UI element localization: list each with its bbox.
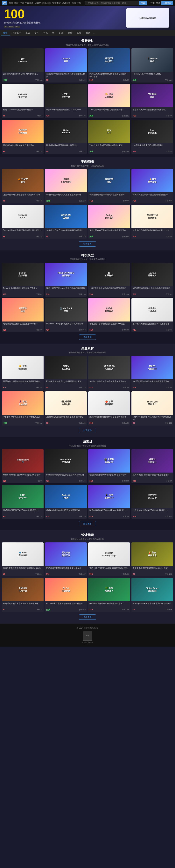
latest-card-4[interactable]: 📱 iPhone样机 iPhone 14系列手机样机PSD模板 免费 下载:44… (132, 48, 173, 83)
design-more-btn[interactable]: 查看更多 (79, 615, 96, 620)
latest-card-12[interactable]: Lux夜店海报 Lux高端奢华夜店酒吧主题海报设计 ¥20 下载:56 (132, 120, 173, 154)
nav-vector[interactable]: 矢量素材 (52, 2, 61, 4)
latest-card-9[interactable]: 流体渐变背景素材 现代流体液态渐变抽象背景设计素材 ¥8 下载:234 (2, 120, 43, 154)
flat-card-6[interactable]: COUPON优惠券 Just One Day Coupon优惠券促销海报设计 ¥… (45, 205, 87, 239)
vector-card-3[interactable]: ART DECO几何图案 Art Deco装饰艺术风格几何图案矢量素材集 ¥12… (88, 356, 130, 390)
vector-card-2[interactable]: EIREN复古标签 Eiren复古标签徽章logo矢量图形设计素材 ¥8 下载:… (45, 356, 87, 390)
ui-card-5[interactable]: LINE聊天APP LINE即时通讯聊天APP移动端UI界面设计 ¥22 下载:… (2, 485, 43, 519)
flat-card-7[interactable]: Spring春天花卉 Spring新春春天花卉活动促销海报设计素材 免费 下载:… (88, 205, 130, 239)
cat-ui[interactable]: UI (50, 30, 57, 36)
hero-right-card[interactable]: 100 Gradients (126, 8, 169, 28)
nav-mockup[interactable]: 样机模型 (42, 2, 51, 4)
flat-more-btn[interactable]: 查看更多 (79, 241, 96, 247)
flat-card-2[interactable]: 卡哇伊儿童节海报 卡哇伊可爱卡通风格儿童节主题海报设计 免费 下载:267 (45, 169, 87, 203)
card-meta: ¥12 下载:89 (89, 386, 129, 389)
ui-card-3[interactable]: 🎬 电影院购票APP 电影院电影购票APP移动端UI界面套件设计 ¥18 下载:… (88, 449, 130, 483)
flat-card-8[interactable]: 华东旅行记旅游海报 华东旅行记简约风格旅游宣传海报设计排版 ¥10 下载:67 (132, 205, 173, 239)
latest-card-11[interactable]: 70%OFF 70年代复古几何图形风格海报设计素材 免费 下载:189 (88, 120, 130, 154)
latest-card-3[interactable]: 时尚日系杂志设计 时尚日系杂志风格品牌VI画册排版设计版式PSD模板 ¥12 下… (88, 48, 130, 83)
card-title: Thank you感谢卡片花卉水彩手写字体矢量设计 (133, 416, 172, 421)
flat-card-3[interactable]: 科技汽车海报 科技感蓝色渐变未来感汽车主题海报设计 ¥12 下载:89 (88, 169, 130, 203)
nav-icon[interactable]: 图标 (77, 2, 81, 4)
cat-flat[interactable]: 平面设计 (10, 30, 23, 36)
mockup-card-2[interactable]: PRESENTATION演示模板 演示文稿PPT Keynote商务汇报样机展示… (45, 263, 87, 297)
ui-card-6[interactable]: AndroidUI套件 简约Android移动端UI界面套件设计素材 ¥15 下… (45, 485, 87, 519)
login-link[interactable]: 登录 (156, 2, 160, 4)
mockup-card-6[interactable]: 💻 MacBook样机 MacBook Pro笔记本电脑界面样机展示模板 ¥20… (45, 298, 87, 332)
nav-template[interactable]: 平面模板 (25, 2, 34, 4)
vector-card-6[interactable]: 婚礼邀请函矢量边框 高端婚礼邀请函边框装饰矢量线条素材模板 ¥8 下载:156 (45, 392, 87, 426)
card-title: 时尚潮流霓虹灯光效果圆形渐变元素设计 (46, 567, 86, 572)
search-input[interactable] (85, 1, 139, 5)
card-price: ¥22 (133, 293, 136, 296)
design-card-1[interactable]: 🐟 Fish海洋插画 Fish鱼类海洋生物手绘水彩矢量插画元素设计 ¥8 下载:… (2, 542, 43, 577)
design-card-4[interactable]: 🍟 美食餐饮元素 美食餐饮薯条快餐食物插画元素设计素材 ¥8 下载:145 (132, 542, 173, 577)
cat-icons[interactable]: 图标 (75, 30, 84, 36)
design-card-5[interactable]: 手写涂鸦艺术字体 创意手写涂鸦艺术字体装饰元素设计素材 ¥12 下载:78 (2, 578, 43, 612)
vector-card-7[interactable]: 🍎 水果蔬菜插画 水彩风格蔬菜水果食物手绘矢量插画素材集 ¥10 下载:189 (88, 392, 130, 426)
vector-more-btn[interactable]: 查看更多 (79, 428, 96, 433)
design-section: 设计元素 创意设计元素素材，丰富你的设计创作 🐟 Fish海洋插画 Fish鱼类… (0, 530, 175, 624)
vector-grid: 🐱 卡通动物插画 可爱趣味卡通手绘动物涂鸦矢量插画素材包 ¥10 下载:345 … (2, 356, 173, 426)
ui-card-4[interactable]: 品牌VI手册设计 品牌VI视觉识别系统手册设计展示模板素材 ¥30 下载:67 (132, 449, 173, 483)
card-downloads: 下载:167 (79, 573, 86, 576)
latest-card-5[interactable]: FARMER复古字体 创意字体Farmer复古海报平面设计 ¥6 下载:67 (2, 84, 43, 118)
nav-material[interactable]: 素材 (14, 2, 19, 4)
design-card-6[interactable]: BLOG排版标题 BLOG博客文字排版标题设计元素素材合集 免费 下载:312 (45, 578, 87, 612)
nav-ui[interactable]: UI素材 (35, 2, 41, 4)
mockup-card-8[interactable]: 名片信封文具样机 名片卡片折叠信封文具品牌VI样机展示模板 ¥25 下载:56 (132, 298, 173, 332)
latest-card-7[interactable]: 🎨 卡通人物插画 YYY可爱动漫卡通风格人物插画设计素材 免费 下载:321 (88, 84, 130, 118)
cat-template[interactable]: 模板 (23, 30, 32, 36)
cat-font[interactable]: 字体 (32, 30, 41, 36)
mockup-card-4[interactable]: NATCA品牌名片 NATCA高端品牌名片包装样机模板设计展示 ¥22 下载:7… (132, 263, 173, 297)
nav-video[interactable]: 视频 (71, 2, 76, 4)
card-info: 可爱趣味卡通手绘动物涂鸦矢量插画素材包 ¥10 下载:345 (2, 379, 43, 390)
vector-card-4[interactable]: MAPS地图素材 MAPS地图街道城市矢量线条插画背景素材 ¥15 下载:67 (132, 356, 173, 390)
ui-card-1[interactable]: Music news🎵 Music news音乐资讯APP移动端UI界面设计 ¥… (2, 449, 43, 483)
logo[interactable]: V6 (2, 1, 7, 5)
latest-card-2[interactable]: Texture素材 矢量原创手绘美食美术自然元素背景图案AI格式 ¥8 下载:1… (45, 48, 87, 83)
card-price: ¥10 (89, 422, 93, 424)
card-meta: ¥30 下载:67 (133, 480, 172, 482)
vector-card-1[interactable]: 🐱 卡通动物插画 可爱趣味卡通手绘动物涂鸦矢量插画素材包 ¥10 下载:345 (2, 356, 43, 390)
nav-font[interactable]: 字体 (20, 2, 24, 4)
flat-card-4[interactable]: 🌙 月亮星空海报 简约月亮星空夜景宇宙主题海报插画设计 ¥10 下载:178 (132, 169, 173, 203)
mockup-more-btn[interactable]: 查看更多 (79, 335, 96, 340)
ui-card-7[interactable]: 📱 跨境购物APP 跨境电商购物APP移动端iPhone界面UI设计 ¥20 下… (88, 485, 130, 519)
mockup-card-3[interactable]: 10实景样机 100张实景场景贴图样机展示效果PSD模板 ¥30 下载:234 (88, 263, 130, 297)
register-link[interactable]: 注册 (150, 2, 155, 4)
ui-card-8[interactable]: 时尚女性杂志APP 时尚女性杂志风格APP移动端UI界面设计 ¥18 下载:14… (132, 485, 173, 519)
design-card-8[interactable]: Digital Paper背景纹理 简约Digital Paper数字纸张背景纹… (132, 578, 173, 612)
design-card-2[interactable]: 霓虹渐变圆形元素 时尚潮流霓虹灯光效果圆形渐变元素设计 ¥10 下载:167 (45, 542, 87, 577)
upload-button[interactable]: 上传素材 (162, 1, 173, 5)
cat-arrow[interactable]: › (92, 31, 95, 35)
nav-element[interactable]: 设计元素 (62, 2, 70, 4)
flat-card-5[interactable]: SUMMERSALE Summer限时特卖促销活动海报文字排版设计 ¥6 下载:… (2, 205, 43, 239)
search-button[interactable]: 搜索 (139, 1, 147, 5)
mockup-card-7[interactable]: 化妆品包装样机 化妆品瓶子护肤品包装样机展示PSD模板 ¥18 下载:123 (88, 298, 130, 332)
design-card-3[interactable]: 企业官网Landing Page 简约干净企业网站landing page网页设… (88, 542, 130, 577)
card-title: 高端婚礼邀请函边框装饰矢量线条素材模板 (46, 416, 86, 421)
card-title: Summer限时特卖促销活动海报文字排版设计 (3, 229, 42, 235)
cat-vector[interactable]: 矢量 (57, 30, 66, 36)
latest-card-1[interactable]: 100Premiums 100套时尚现代的PSD/Ai/Premiere模板..… (2, 48, 43, 83)
cat-all[interactable]: 全部 (1, 30, 10, 36)
cat-illustration[interactable]: 插画 (66, 30, 75, 36)
mockup-card-5[interactable]: T恤面料样机 时尚服装T恤面料样机模板展示PSD素材 ¥15 下载:189 (2, 298, 43, 332)
flat-card-1[interactable]: 🎃 万圣节海报 万圣节恐怖南瓜卡通手绘节日海报PSD模板 ¥8 下载:145 (2, 169, 43, 203)
latest-card-10[interactable]: HelloHoliday Hello Holiday 手写字体英文字母设计 ¥5… (45, 120, 87, 154)
cat-video[interactable]: 视频 (84, 30, 92, 36)
card-downloads: 下载:89 (123, 573, 129, 576)
vector-card-8[interactable]: Thank you感谢卡片 Thank you感谢卡片花卉水彩手写字体矢量设计 … (132, 392, 173, 426)
mockup-card-1[interactable]: DEPOT品牌样机 Depot专业品牌VI样机展示模板PSD素材 ¥25 下载:… (2, 263, 43, 297)
cat-mockup[interactable]: 样机 (41, 30, 50, 36)
latest-card-6[interactable]: ✦ VIP ✦金色字体 欧美VIP奢华金色金属质感字体样式PSD ¥10 下载:… (45, 84, 87, 118)
ui-more-btn[interactable]: 查看更多 (79, 521, 96, 526)
latest-card-8[interactable]: 节日图标素材 创意节日庆典UI界面图标设计素材合集 ¥15 下载:78 (132, 84, 173, 118)
card-title: 简约Android移动端UI界面套件设计素材 (46, 509, 86, 515)
design-card-7[interactable]: 🌿 热带植物叶子 热带植物花卉叶子水彩手绘装饰元素设计 ¥10 下载:198 (88, 578, 130, 612)
nav-home[interactable]: 首页 (9, 2, 13, 4)
ui-card-2[interactable]: Perfection.官网设计 Perfection简约时尚品牌企业官网网页UI… (45, 449, 87, 483)
vector-card-5[interactable]: 🤰 孕妈人物插画 孕妈妈怀孕育儿母婴主题矢量人物插画设计 免费 下载:234 (2, 392, 43, 426)
hero-right-text: 100 Gradients (139, 17, 156, 20)
